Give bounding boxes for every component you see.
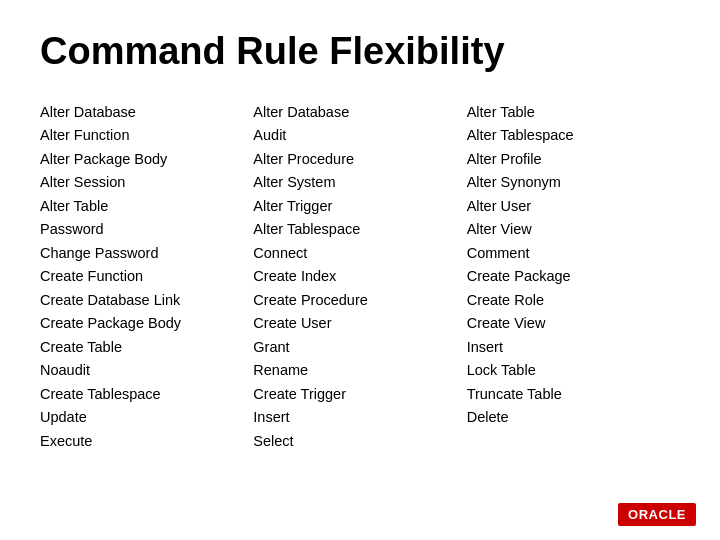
list-item: Insert — [253, 406, 466, 429]
list-item: Alter Tablespace — [253, 218, 466, 241]
list-item: Connect — [253, 242, 466, 265]
list-item: Lock Table — [467, 359, 680, 382]
column-2: Alter DatabaseAuditAlter ProcedureAlter … — [253, 101, 466, 453]
list-item: Delete — [467, 406, 680, 429]
page-title: Command Rule Flexibility — [40, 30, 680, 73]
list-item: Create Database Link — [40, 289, 253, 312]
list-item: Audit — [253, 124, 466, 147]
list-item: Update — [40, 406, 253, 429]
list-item: Create Index — [253, 265, 466, 288]
list-item: Noaudit — [40, 359, 253, 382]
list-item: Create Procedure — [253, 289, 466, 312]
list-item: Alter Database — [253, 101, 466, 124]
list-item: Alter Procedure — [253, 148, 466, 171]
list-item: Alter Profile — [467, 148, 680, 171]
list-item: Truncate Table — [467, 383, 680, 406]
list-item: Create Package — [467, 265, 680, 288]
list-item: Password — [40, 218, 253, 241]
list-item: Create Package Body — [40, 312, 253, 335]
list-item: Alter Tablespace — [467, 124, 680, 147]
list-item: Alter Function — [40, 124, 253, 147]
list-item: Alter Synonym — [467, 171, 680, 194]
list-item: Select — [253, 430, 466, 453]
list-item: Alter Table — [40, 195, 253, 218]
slide: Command Rule Flexibility Alter DatabaseA… — [0, 0, 720, 540]
columns-container: Alter DatabaseAlter FunctionAlter Packag… — [40, 101, 680, 453]
list-item: Alter User — [467, 195, 680, 218]
list-item: Create Function — [40, 265, 253, 288]
list-item: Alter Session — [40, 171, 253, 194]
list-item: Alter Trigger — [253, 195, 466, 218]
list-item: Create Role — [467, 289, 680, 312]
column-1: Alter DatabaseAlter FunctionAlter Packag… — [40, 101, 253, 453]
list-item: Alter Package Body — [40, 148, 253, 171]
oracle-logo: ORACLE — [618, 503, 696, 526]
list-item: Create Trigger — [253, 383, 466, 406]
column-3: Alter TableAlter TablespaceAlter Profile… — [467, 101, 680, 453]
list-item: Create Table — [40, 336, 253, 359]
list-item: Insert — [467, 336, 680, 359]
list-item: Execute — [40, 430, 253, 453]
list-item: Alter System — [253, 171, 466, 194]
list-item: Create User — [253, 312, 466, 335]
list-item: Create Tablespace — [40, 383, 253, 406]
list-item: Alter View — [467, 218, 680, 241]
list-item: Comment — [467, 242, 680, 265]
list-item: Alter Database — [40, 101, 253, 124]
list-item: Change Password — [40, 242, 253, 265]
list-item: Grant — [253, 336, 466, 359]
list-item: Alter Table — [467, 101, 680, 124]
list-item: Rename — [253, 359, 466, 382]
list-item: Create View — [467, 312, 680, 335]
